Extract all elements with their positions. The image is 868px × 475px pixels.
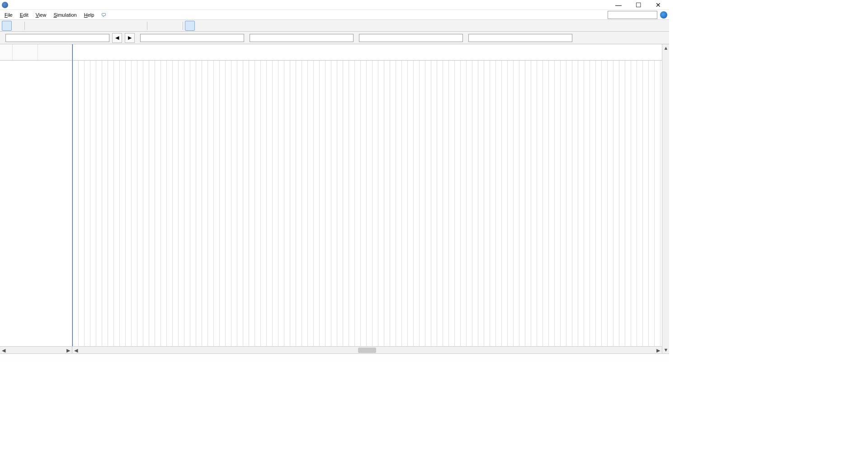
scroll-up-icon[interactable]: ▲ xyxy=(662,44,669,52)
interval-input[interactable] xyxy=(250,34,354,42)
waveform-hscroll[interactable]: ◀ ▶ xyxy=(72,346,662,353)
tool-xh[interactable] xyxy=(81,21,91,31)
tool-force-x[interactable] xyxy=(27,21,37,31)
menu-file[interactable]: File xyxy=(2,11,15,19)
tool-force-1[interactable] xyxy=(48,21,58,31)
statusbar xyxy=(0,353,669,362)
scroll-left-icon[interactable]: ◀ xyxy=(72,347,80,354)
toolbar xyxy=(0,20,669,32)
main-area: ◀ ▶ ◀ ▶ ▲ ▼ xyxy=(0,44,669,353)
tool-grid-1[interactable] xyxy=(185,21,195,31)
master-time-input[interactable] xyxy=(5,34,109,42)
pointer-input[interactable] xyxy=(140,34,244,42)
col-value-header xyxy=(38,44,72,60)
tool-xl[interactable] xyxy=(70,21,80,31)
tool-sim-3[interactable] xyxy=(171,21,181,31)
menubar: File Edit View Simulation Help 🗩 xyxy=(0,10,669,20)
scroll-right-icon[interactable]: ▶ xyxy=(655,347,662,354)
scrollbar-thumb[interactable] xyxy=(358,348,376,353)
scroll-right-icon[interactable]: ▶ xyxy=(65,347,72,354)
signal-list-panel: ◀ ▶ xyxy=(0,44,72,353)
tool-xe[interactable] xyxy=(113,21,123,31)
tool-force-0[interactable] xyxy=(38,21,47,31)
titlebar: — ☐ ✕ xyxy=(0,0,669,10)
timebar-prev-button[interactable]: ◀ xyxy=(112,33,122,43)
menu-help[interactable]: Help xyxy=(81,11,97,19)
tool-select[interactable] xyxy=(2,21,12,31)
waveform-panel: ◀ ▶ xyxy=(72,44,662,353)
toolbar-separator xyxy=(147,22,147,30)
tool-grid-2[interactable] xyxy=(196,21,206,31)
tool-xc[interactable] xyxy=(103,21,113,31)
start-input[interactable] xyxy=(359,34,463,42)
cursor-line[interactable] xyxy=(72,61,73,346)
maximize-button[interactable]: ☐ xyxy=(628,0,648,10)
cursor-line[interactable] xyxy=(72,44,73,61)
col-name-header xyxy=(13,44,38,60)
scroll-down-icon[interactable]: ▼ xyxy=(662,346,669,353)
app-icon xyxy=(2,2,8,8)
globe-icon[interactable] xyxy=(660,11,667,19)
tool-force-z[interactable] xyxy=(59,21,69,31)
time-ruler[interactable] xyxy=(72,44,662,61)
minimize-button[interactable]: — xyxy=(609,0,628,10)
menu-extra-icon[interactable]: 🗩 xyxy=(99,11,109,19)
tool-xq[interactable] xyxy=(124,21,134,31)
menu-view[interactable]: View xyxy=(33,11,49,19)
end-input[interactable] xyxy=(468,34,572,42)
waveform-svg xyxy=(72,61,658,106)
tool-sim-2[interactable] xyxy=(160,21,170,31)
menu-edit[interactable]: Edit xyxy=(17,11,31,19)
signal-list-header xyxy=(0,44,72,61)
tool-inv[interactable] xyxy=(92,21,102,31)
toolbar-separator xyxy=(24,22,25,30)
scroll-left-icon[interactable]: ◀ xyxy=(0,347,7,354)
signal-list-hscroll[interactable]: ◀ ▶ xyxy=(0,346,72,353)
menu-simulation[interactable]: Simulation xyxy=(51,11,79,19)
close-button[interactable]: ✕ xyxy=(648,0,668,10)
search-input[interactable] xyxy=(608,11,657,19)
timebar-next-button[interactable]: ▶ xyxy=(125,33,135,43)
tool-zoom[interactable] xyxy=(13,21,23,31)
vertical-scrollbar[interactable]: ▲ ▼ xyxy=(662,44,669,353)
tool-sim-1[interactable] xyxy=(149,21,159,31)
timebar: ◀ ▶ xyxy=(0,32,669,44)
toolbar-separator xyxy=(183,22,183,30)
waveform-body[interactable] xyxy=(72,61,662,346)
tool-xr[interactable] xyxy=(135,21,145,31)
